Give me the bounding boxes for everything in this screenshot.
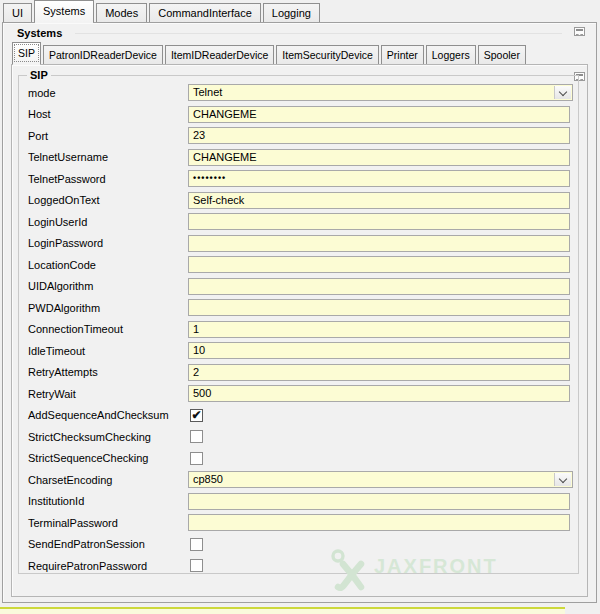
tab-patronidreaderdevice[interactable]: PatronIDReaderDevice (43, 45, 163, 64)
selected-value: Telnet (193, 86, 222, 98)
form-row: LocationCode (28, 254, 573, 276)
selected-value: cp850 (193, 473, 223, 485)
tab-systems[interactable]: Systems (34, 0, 94, 22)
form-row: UIDAlgorithm (28, 276, 573, 298)
idletimeout-input[interactable]: 10 (188, 342, 570, 359)
field-label-telnetusername: TelnetUsername (28, 151, 188, 163)
status-strip (0, 607, 565, 614)
field-label-telnetpassword: TelnetPassword (28, 173, 188, 185)
addsequenceandchecksum-checkbox[interactable]: ✔ (190, 409, 203, 422)
field-label-strictchecksumchecking: StrictChecksumChecking (28, 431, 188, 443)
field-label-idletimeout: IdleTimeout (28, 345, 188, 357)
connectiontimeout-input[interactable]: 1 (188, 321, 570, 338)
form-row: InstitutionId (28, 491, 573, 513)
loggedontext-input[interactable]: Self-check (188, 192, 570, 209)
tab-logging[interactable]: Logging (263, 3, 320, 22)
chevron-down-icon (559, 88, 567, 96)
form-row: TerminalPassword (28, 512, 573, 534)
form-row: RequirePatronPassword (28, 555, 573, 577)
tab-ui[interactable]: UI (3, 3, 32, 22)
form-row: PWDAlgorithm (28, 297, 573, 319)
device-tab-bar: SIPPatronIDReaderDeviceItemIDReaderDevic… (12, 45, 528, 64)
form-row: Port23 (28, 125, 573, 147)
chevron-down-icon (559, 475, 567, 483)
loginpassword-input[interactable] (188, 235, 570, 252)
field-label-loginuserid: LoginUserId (28, 216, 188, 228)
tab-commandinterface[interactable]: CommandInterface (149, 3, 261, 22)
field-label-terminalpassword: TerminalPassword (28, 517, 188, 529)
form-row: CharsetEncodingcp850 (28, 469, 573, 491)
field-label-uidalgorithm: UIDAlgorithm (28, 280, 188, 292)
field-label-institutionid: InstitutionId (28, 495, 188, 507)
form-row: LoginUserId (28, 211, 573, 233)
tab-modes[interactable]: Modes (96, 3, 147, 22)
form-row: TelnetPassword•••••••• (28, 168, 573, 190)
form-row: SendEndPatronSession (28, 534, 573, 556)
tab-printer[interactable]: Printer (381, 45, 424, 64)
form-row: modeTelnet (28, 82, 573, 104)
sip-group-title: SIP (27, 69, 51, 81)
requirepatronpassword-checkbox[interactable] (190, 559, 203, 572)
field-label-mode: mode (28, 87, 188, 99)
field-label-charsetencoding: CharsetEncoding (28, 474, 188, 486)
sip-form: modeTelnetHostCHANGEMEPort23TelnetUserna… (28, 82, 573, 577)
strictchecksumchecking-checkbox[interactable] (190, 430, 203, 443)
field-label-connectiontimeout: ConnectionTimeout (28, 323, 188, 335)
field-label-locationcode: LocationCode (28, 259, 188, 271)
field-label-pwdalgorithm: PWDAlgorithm (28, 302, 188, 314)
field-label-requirepatronpassword: RequirePatronPassword (28, 560, 188, 572)
checkmark-icon: ✔ (191, 410, 201, 420)
retryattempts-input[interactable]: 2 (188, 364, 570, 381)
institutionid-input[interactable] (188, 493, 570, 510)
systems-panel: Systems SIPPatronIDReaderDeviceItemIDRea… (2, 22, 597, 603)
terminalpassword-input[interactable] (188, 514, 570, 531)
telnetusername-input[interactable]: CHANGEME (188, 149, 570, 166)
field-label-loginpassword: LoginPassword (28, 237, 188, 249)
retrywait-input[interactable]: 500 (188, 385, 570, 402)
form-row: RetryAttempts2 (28, 362, 573, 384)
tab-itemidreaderdevice[interactable]: ItemIDReaderDevice (165, 45, 274, 64)
field-label-sendendpatronsession: SendEndPatronSession (28, 538, 188, 550)
combo-dropdown-button[interactable] (554, 473, 571, 486)
form-row: StrictSequenceChecking (28, 448, 573, 470)
form-row: HostCHANGEME (28, 104, 573, 126)
form-row: ConnectionTimeout1 (28, 319, 573, 341)
strictsequencechecking-checkbox[interactable] (190, 452, 203, 465)
form-row: IdleTimeout10 (28, 340, 573, 362)
pwdalgorithm-input[interactable] (188, 299, 570, 316)
form-row: StrictChecksumChecking (28, 426, 573, 448)
device-content-panel: SIP modeTelnetHostCHANGEMEPort23TelnetUs… (11, 64, 588, 597)
systems-panel-title: Systems (17, 27, 62, 39)
telnetpassword-input[interactable]: •••••••• (188, 170, 570, 187)
tab-loggers[interactable]: Loggers (426, 45, 476, 64)
host-input[interactable]: CHANGEME (188, 106, 570, 123)
loginuserid-input[interactable] (188, 213, 570, 230)
sendendpatronsession-checkbox[interactable] (190, 538, 203, 551)
field-label-addsequenceandchecksum: AddSequenceAndChecksum (28, 409, 188, 421)
field-label-strictsequencechecking: StrictSequenceChecking (28, 452, 188, 464)
combo-dropdown-button[interactable] (554, 86, 571, 99)
form-row: RetryWait500 (28, 383, 573, 405)
form-row: LoggedOnTextSelf-check (28, 190, 573, 212)
main-tab-bar: UISystemsModesCommandInterfaceLogging (3, 2, 322, 22)
tab-itemsecuritydevice[interactable]: ItemSecurityDevice (276, 45, 378, 64)
charsetencoding-select[interactable]: cp850 (188, 471, 573, 488)
locationcode-input[interactable] (188, 256, 570, 273)
mode-select[interactable]: Telnet (188, 84, 573, 101)
form-row: TelnetUsernameCHANGEME (28, 147, 573, 169)
collapse-panel-icon[interactable] (574, 27, 585, 36)
uidalgorithm-input[interactable] (188, 278, 570, 295)
field-label-loggedontext: LoggedOnText (28, 194, 188, 206)
form-row: AddSequenceAndChecksum✔ (28, 405, 573, 427)
field-label-retrywait: RetryWait (28, 388, 188, 400)
sip-group-box: SIP modeTelnetHostCHANGEMEPort23TelnetUs… (18, 75, 579, 574)
port-input[interactable]: 23 (188, 127, 570, 144)
field-label-host: Host (28, 108, 188, 120)
form-row: LoginPassword (28, 233, 573, 255)
field-label-port: Port (28, 130, 188, 142)
field-label-retryattempts: RetryAttempts (28, 366, 188, 378)
panel-divider (75, 33, 562, 34)
tab-sip[interactable]: SIP (12, 42, 41, 64)
tab-spooler[interactable]: Spooler (478, 45, 526, 64)
